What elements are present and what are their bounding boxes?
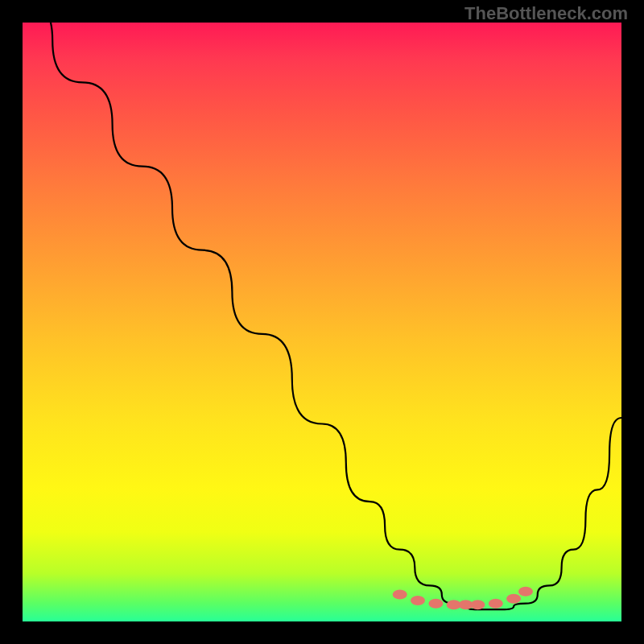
marker-dot (447, 600, 461, 609)
marker-dot (393, 590, 407, 600)
marker-dot (489, 599, 503, 609)
marker-dot (459, 600, 473, 609)
marker-dot (518, 587, 533, 597)
marker-dot (470, 600, 485, 609)
chart-curve (23, 23, 621, 621)
chart-marker-dots (23, 23, 621, 621)
marker-dot (506, 594, 521, 604)
marker-dot (411, 596, 425, 605)
marker-dot (428, 599, 443, 609)
chart-plot-area (23, 23, 621, 621)
watermark-text: TheBottleneck.com (464, 3, 628, 24)
